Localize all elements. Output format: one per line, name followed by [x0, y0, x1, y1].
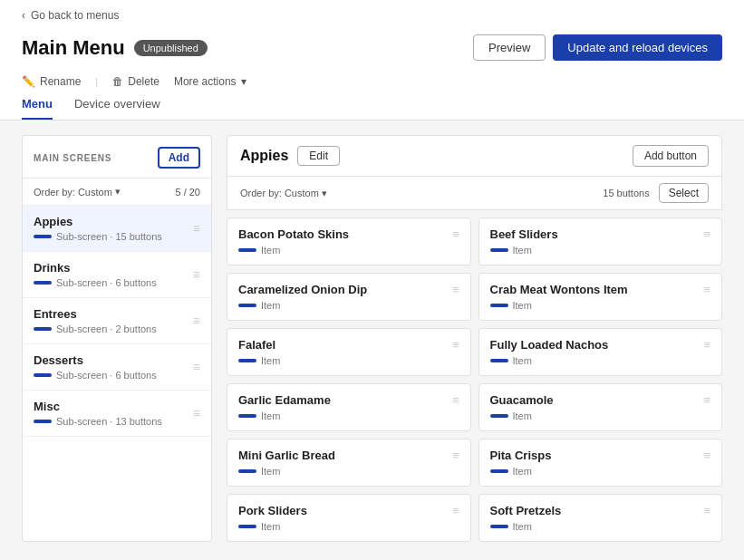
- item-dot: [238, 359, 256, 362]
- list-item[interactable]: Caramelized Onion Dip Item ≡: [227, 273, 471, 321]
- screen-item-appies[interactable]: Appies Sub-screen · 15 buttons ≡: [23, 206, 211, 252]
- drag-handle-entrees: ≡: [193, 314, 200, 328]
- toolbar-row: ✏️ Rename | 🗑 Delete More actions ▾: [22, 70, 722, 88]
- list-item[interactable]: Crab Meat Wontons Item Item ≡: [478, 273, 723, 321]
- divider-1: |: [95, 76, 98, 87]
- drag-handle-icon: ≡: [452, 504, 459, 517]
- back-link-label: Go back to menus: [31, 9, 119, 22]
- left-order-row: Order by: Custom ▾ 5 / 20: [23, 179, 211, 206]
- drag-handle-icon: ≡: [452, 338, 459, 352]
- delete-button[interactable]: 🗑 Delete: [112, 75, 159, 88]
- add-screen-button[interactable]: Add: [158, 147, 200, 169]
- right-header: Appies Edit Add button: [227, 135, 722, 177]
- screen-name-misc: Misc: [34, 400, 193, 413]
- sub-dot-misc: [34, 420, 52, 423]
- item-type: Item: [261, 521, 280, 532]
- tab-menu[interactable]: Menu: [22, 97, 53, 120]
- item-dot: [238, 469, 256, 473]
- screen-item-entrees[interactable]: Entrees Sub-screen · 2 buttons ≡: [23, 298, 211, 344]
- edit-button[interactable]: Edit: [297, 146, 340, 166]
- item-type: Item: [513, 466, 532, 477]
- right-panel-title: Appies: [240, 148, 288, 164]
- list-item[interactable]: Pork Sliders Item ≡: [227, 494, 471, 542]
- item-name: Beef Sliders: [490, 227, 699, 241]
- item-dot: [490, 525, 508, 528]
- left-panel-header: MAIN SCREENS Add: [23, 136, 211, 179]
- right-panel: Appies Edit Add button Order by: Custom …: [212, 135, 722, 542]
- item-name: Crab Meat Wontons Item: [490, 283, 699, 296]
- select-button[interactable]: Select: [659, 183, 709, 203]
- tab-device-overview[interactable]: Device overview: [74, 97, 160, 120]
- list-item[interactable]: Beef Sliders Item ≡: [478, 217, 723, 266]
- right-order-custom[interactable]: Order by: Custom ▾: [240, 188, 327, 199]
- sub-dot-desserts: [34, 373, 52, 377]
- item-name: Falafel: [238, 338, 447, 352]
- status-badge: Unpublished: [134, 40, 208, 56]
- item-name: Mini Garlic Bread: [238, 449, 447, 462]
- drag-handle-icon: ≡: [452, 393, 459, 407]
- item-type: Item: [261, 300, 280, 311]
- trash-icon: 🗑: [112, 75, 123, 88]
- rename-button[interactable]: ✏️ Rename: [22, 75, 81, 88]
- sub-dot-entrees: [34, 327, 52, 331]
- back-link[interactable]: ‹ Go back to menus: [22, 0, 722, 27]
- preview-button[interactable]: Preview: [473, 34, 546, 61]
- screen-item-desserts[interactable]: Desserts Sub-screen · 6 buttons ≡: [23, 344, 211, 391]
- list-item[interactable]: Mini Garlic Bread Item ≡: [227, 439, 471, 487]
- item-dot: [238, 248, 256, 252]
- item-name: Soft Pretzels: [490, 504, 699, 517]
- drag-handle-icon: ≡: [703, 393, 710, 407]
- list-item[interactable]: Guacamole Item ≡: [478, 383, 723, 431]
- update-button[interactable]: Update and reload devices: [553, 34, 722, 61]
- delete-label: Delete: [128, 75, 159, 88]
- item-type: Item: [513, 521, 532, 532]
- items-grid: Bacon Potato Skins Item ≡ Beef Sliders I…: [227, 217, 722, 542]
- screen-item-drinks[interactable]: Drinks Sub-screen · 6 buttons ≡: [23, 252, 211, 298]
- more-actions-label: More actions: [174, 75, 237, 88]
- screen-name-entrees: Entrees: [34, 307, 193, 321]
- header-row: Main Menu Unpublished Preview Update and…: [22, 27, 722, 70]
- right-order-row: Order by: Custom ▾ 15 buttons Select: [227, 177, 722, 210]
- drag-handle-icon: ≡: [452, 283, 459, 296]
- item-dot: [490, 248, 508, 252]
- rename-label: Rename: [40, 75, 81, 88]
- drag-handle-icon: ≡: [703, 449, 710, 462]
- item-type: Item: [261, 355, 280, 366]
- screen-item-misc[interactable]: Misc Sub-screen · 13 buttons ≡: [23, 391, 211, 437]
- screen-sub-entrees: Sub-screen · 2 buttons: [56, 323, 157, 334]
- list-item[interactable]: Fully Loaded Nachos Item ≡: [478, 328, 723, 376]
- list-item[interactable]: Pita Crisps Item ≡: [478, 439, 723, 487]
- list-item[interactable]: Bacon Potato Skins Item ≡: [227, 217, 471, 266]
- tabs-row: Menu Device overview: [22, 88, 722, 120]
- content-area: MAIN SCREENS Add Order by: Custom ▾ 5 / …: [0, 121, 744, 556]
- list-item[interactable]: Falafel Item ≡: [227, 328, 471, 376]
- item-dot: [238, 414, 256, 418]
- item-type: Item: [513, 300, 532, 311]
- drag-handle-drinks: ≡: [193, 267, 200, 282]
- item-name: Pork Sliders: [238, 504, 447, 517]
- item-name: Garlic Edamame: [238, 393, 447, 407]
- pencil-icon: ✏️: [22, 75, 35, 88]
- item-type: Item: [513, 410, 532, 421]
- item-type: Item: [513, 245, 532, 256]
- list-item[interactable]: Garlic Edamame Item ≡: [227, 383, 471, 431]
- item-dot: [238, 525, 256, 528]
- item-type: Item: [261, 245, 280, 256]
- item-dot: [490, 414, 508, 418]
- main-screens-label: MAIN SCREENS: [34, 153, 111, 163]
- add-button-button[interactable]: Add button: [633, 145, 709, 167]
- list-item[interactable]: Soft Pretzels Item ≡: [478, 494, 723, 542]
- item-name: Fully Loaded Nachos: [490, 338, 699, 352]
- screen-name-appies: Appies: [34, 215, 193, 228]
- header-left: Main Menu Unpublished: [22, 36, 208, 60]
- screen-sub-desserts: Sub-screen · 6 buttons: [56, 370, 157, 381]
- sub-dot-drinks: [34, 281, 52, 285]
- left-order-custom[interactable]: Order by: Custom ▾: [34, 186, 121, 198]
- more-actions-button[interactable]: More actions ▾: [174, 75, 246, 88]
- drag-handle-icon: ≡: [703, 504, 710, 517]
- item-dot: [490, 304, 508, 307]
- screen-count: 5 / 20: [175, 187, 200, 198]
- item-type: Item: [261, 410, 280, 421]
- item-name: Bacon Potato Skins: [238, 227, 447, 241]
- left-panel: MAIN SCREENS Add Order by: Custom ▾ 5 / …: [22, 135, 212, 542]
